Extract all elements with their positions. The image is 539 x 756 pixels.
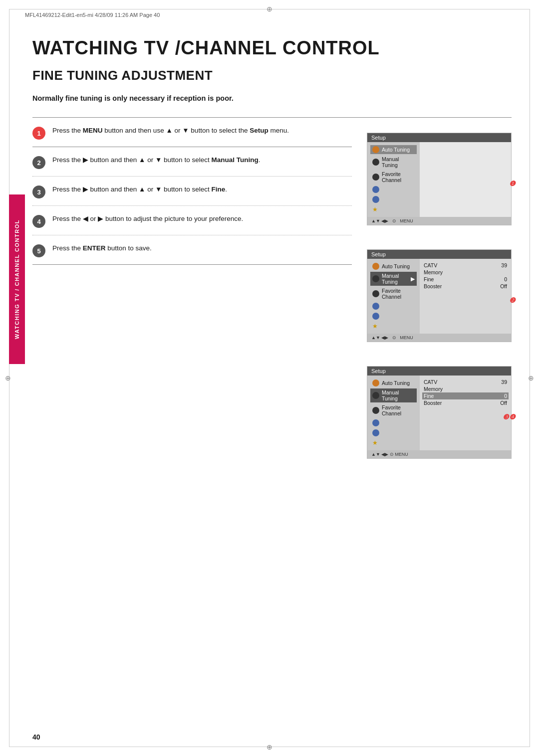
panel-3-row-memory: Memory (424, 385, 507, 392)
panel-1-header: Setup (367, 133, 511, 142)
screenshot-panel-1: Setup Auto Tuning Manual Tuning (367, 133, 512, 225)
meta-header: MFL41469212-Edit1-en5-mi 4/28/09 11:26 A… (25, 12, 514, 18)
reg-mark-right: ⊕ (528, 374, 534, 382)
panel-3-label-manualtuning: Manual Tuning (382, 389, 415, 401)
panel-3-value-fine: 0 (504, 393, 507, 399)
step-5-number: 5 (32, 244, 45, 257)
step-3-text: Press the ▶ button and then ▲ or ▼ butto… (52, 185, 227, 195)
screenshot-panel-2: Setup Auto Tuning Manual Tuning ▶ (367, 249, 512, 342)
step-2-text: Press the ▶ button and then ▲ or ▼ butto… (52, 155, 260, 166)
panel-2-left: Auto Tuning Manual Tuning ▶ Favorite Cha… (367, 259, 420, 334)
panel-2-container: Setup Auto Tuning Manual Tuning ▶ (367, 249, 512, 351)
panel-3-left: Auto Tuning Manual Tuning Favorite Chann… (367, 376, 420, 450)
panel-1-badge: ❶ (509, 180, 516, 188)
steps-right: Setup Auto Tuning Manual Tuning (367, 118, 512, 483)
panel-3-container: Setup Auto Tuning Manual Tuning (367, 366, 512, 468)
meta-text: MFL41469212-Edit1-en5-mi 4/28/09 11:26 A… (25, 12, 160, 18)
panel-1-footer: ▲▼ ◀▶ ⊙ MENU (367, 217, 511, 225)
reg-mark-left: ⊕ (5, 374, 11, 382)
panel-2-label-booster: Booster (424, 283, 442, 289)
panel-1-left: Auto Tuning Manual Tuning Favorite Chann… (367, 142, 420, 217)
panel-3-value-catv: 39 (501, 379, 507, 385)
step-1-row: 1 Press the MENU button and then use ▲ o… (32, 118, 352, 147)
panel-2-value-fine: 0 (504, 276, 507, 282)
panel-3-header: Setup (367, 367, 511, 376)
step-4-text: Press the ◀ or ▶ button to adjust the pi… (52, 214, 243, 224)
panel-1-label-favoritechannel: Favorite Channel (382, 171, 415, 183)
panel-2-icon-dark1 (372, 275, 379, 282)
panel-1-container: Setup Auto Tuning Manual Tuning (367, 133, 512, 234)
panel-3-footer: ▲▼ ◀▶ ⊙ MENU (367, 450, 511, 458)
panel-2-value-booster: Off (500, 283, 507, 289)
panel-3-icon-star: ★ (372, 439, 378, 446)
panel-3-nav: ▲▼ ◀▶ ⊙ MENU (371, 452, 408, 457)
panel-3-badge: ❸❹ (503, 413, 516, 421)
panel-1-body: Auto Tuning Manual Tuning Favorite Chann… (367, 142, 511, 217)
panel-3-item-star: ★ (370, 438, 417, 447)
panel-3-item-blue2 (370, 428, 417, 437)
panel-2-icon-blue2 (372, 313, 379, 320)
panel-1-icon-dark1 (372, 159, 379, 166)
panel-1-label-autotuning: Auto Tuning (382, 147, 410, 153)
panel-3-icon-blue1 (372, 419, 379, 426)
panel-3-row-fine: Fine 0 (422, 392, 509, 399)
panel-2-icon-dark2 (372, 290, 379, 297)
panel-2-right: CATV 39 Memory Fine 0 (420, 259, 511, 334)
panel-3-label-favoritechannel: Favorite Channel (382, 404, 415, 416)
sidebar-tab: WATCHING TV / CHANNEL CONTROL (9, 194, 25, 364)
step-2-row: 2 Press the ▶ button and then ▲ or ▼ but… (32, 147, 352, 177)
panel-2-label-catv: CATV (424, 262, 437, 268)
panel-2-row-memory: Memory (424, 269, 507, 276)
panel-2-badge: ❷ (509, 296, 516, 304)
panel-2-label-memory: Memory (424, 269, 443, 275)
panel-2-icon-star: ★ (372, 323, 378, 330)
reg-mark-bottom: ⊕ (267, 743, 272, 751)
step-4-number: 4 (32, 215, 45, 228)
panel-3-label-fine: Fine (424, 393, 434, 399)
panel-3-label-autotuning: Auto Tuning (382, 380, 410, 386)
panel-3-icon-dark2 (372, 407, 379, 414)
panel-3-icon-dark1 (372, 392, 379, 399)
panel-1-item-autotuning: Auto Tuning (370, 145, 417, 154)
panel-2-row-booster: Booster Off (424, 283, 507, 290)
panel-1-icon-blue1 (372, 186, 379, 193)
step-3-row: 3 Press the ▶ button and then ▲ or ▼ but… (32, 177, 352, 206)
panel-1-icon-dark2 (372, 174, 379, 181)
step-1-text: Press the MENU button and then use ▲ or … (52, 126, 289, 136)
panel-2-row-catv: CATV 39 (424, 262, 507, 269)
panel-3-value-booster: Off (500, 400, 507, 406)
panel-2-item-blue2 (370, 312, 417, 321)
panel-1-icon-orange (372, 146, 379, 153)
panel-3-label-catv: CATV (424, 379, 437, 385)
panel-1-item-star: ★ (370, 205, 417, 214)
panel-2-item-star: ★ (370, 322, 417, 331)
panel-1-item-favoritechannel: Favorite Channel (370, 170, 417, 184)
section-title: FINE TUNING ADJUSTMENT (32, 68, 512, 83)
panel-2-item-blue1 (370, 302, 417, 311)
panel-3-label-memory: Memory (424, 386, 443, 392)
main-content: WATCHING TV /CHANNEL CONTROL FINE TUNING… (32, 27, 512, 729)
panel-2-label-manualtuning: Manual Tuning (382, 273, 408, 285)
panel-2-icon-orange (372, 263, 379, 270)
panel-3-icon-orange (372, 379, 379, 386)
panel-3-item-autotuning: Auto Tuning (370, 378, 417, 387)
panel-1-icon-blue2 (372, 196, 379, 203)
panel-2-arrow: ▶ (411, 276, 415, 282)
panel-3-item-manualtuning: Manual Tuning (370, 388, 417, 402)
screenshot-panel-3: Setup Auto Tuning Manual Tuning (367, 366, 512, 459)
panel-2-header: Setup (367, 250, 511, 259)
step-1-number: 1 (32, 127, 45, 140)
steps-left: 1 Press the MENU button and then use ▲ o… (32, 118, 367, 483)
panel-2-label-autotuning: Auto Tuning (382, 263, 410, 269)
panel-2-item-manualtuning: Manual Tuning ▶ (370, 272, 417, 286)
panel-2-item-autotuning: Auto Tuning (370, 262, 417, 271)
panel-1-item-blue1 (370, 185, 417, 194)
panel-2-nav: ▲▼ ◀▶ ⊙ MENU (371, 335, 413, 340)
panel-1-item-manualtuning: Manual Tuning (370, 155, 417, 169)
panel-1-icon-star: ★ (372, 206, 378, 213)
panel-2-icon-blue1 (372, 303, 379, 310)
panel-3-item-favoritechannel: Favorite Channel (370, 403, 417, 417)
panel-2-item-favoritechannel: Favorite Channel (370, 287, 417, 301)
panel-2-value-catv: 39 (501, 262, 507, 268)
panel-3-right: CATV 39 Memory Fine 0 (420, 376, 511, 450)
